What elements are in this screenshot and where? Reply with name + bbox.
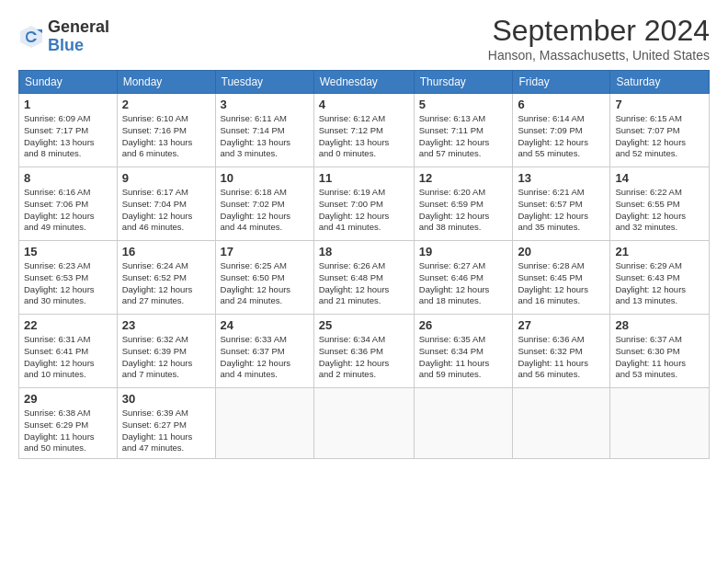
calendar-day-cell: 25Sunrise: 6:34 AMSunset: 6:36 PMDayligh… xyxy=(313,315,414,388)
day-info: Sunrise: 6:31 AMSunset: 6:41 PMDaylight:… xyxy=(24,334,112,381)
calendar-day-cell: 22Sunrise: 6:31 AMSunset: 6:41 PMDayligh… xyxy=(19,315,118,388)
day-number: 18 xyxy=(319,245,409,259)
day-info: Sunrise: 6:19 AMSunset: 7:00 PMDaylight:… xyxy=(319,187,409,234)
logo-text: General Blue xyxy=(48,18,109,55)
day-number: 17 xyxy=(221,245,309,259)
header: General Blue September 2024 Hanson, Mass… xyxy=(18,14,710,63)
day-info: Sunrise: 6:17 AMSunset: 7:04 PMDaylight:… xyxy=(122,187,210,234)
day-info: Sunrise: 6:16 AMSunset: 7:06 PMDaylight:… xyxy=(24,187,112,234)
calendar-week-row: 1Sunrise: 6:09 AMSunset: 7:17 PMDaylight… xyxy=(19,94,710,167)
day-info: Sunrise: 6:09 AMSunset: 7:17 PMDaylight:… xyxy=(24,113,112,160)
calendar-day-cell: 28Sunrise: 6:37 AMSunset: 6:30 PMDayligh… xyxy=(610,315,710,388)
day-info: Sunrise: 6:37 AMSunset: 6:30 PMDaylight:… xyxy=(615,334,704,381)
day-info: Sunrise: 6:25 AMSunset: 6:50 PMDaylight:… xyxy=(221,260,309,307)
calendar-day-cell xyxy=(215,388,313,459)
calendar-day-cell xyxy=(513,388,610,459)
calendar-day-cell: 15Sunrise: 6:23 AMSunset: 6:53 PMDayligh… xyxy=(19,241,118,315)
day-number: 6 xyxy=(518,98,605,111)
day-number: 20 xyxy=(518,245,605,259)
day-number: 14 xyxy=(615,171,704,185)
day-number: 13 xyxy=(518,171,605,185)
day-number: 4 xyxy=(319,98,409,111)
calendar-container: General Blue September 2024 Hanson, Mass… xyxy=(0,0,728,468)
calendar-day-cell: 7Sunrise: 6:15 AMSunset: 7:07 PMDaylight… xyxy=(610,94,710,167)
day-number: 12 xyxy=(419,171,508,185)
day-number: 7 xyxy=(615,98,704,111)
calendar-day-cell: 20Sunrise: 6:28 AMSunset: 6:45 PMDayligh… xyxy=(513,241,610,315)
day-number: 3 xyxy=(221,98,309,111)
calendar-day-cell: 1Sunrise: 6:09 AMSunset: 7:17 PMDaylight… xyxy=(19,94,118,167)
day-info: Sunrise: 6:27 AMSunset: 6:46 PMDaylight:… xyxy=(419,260,508,307)
day-number: 24 xyxy=(221,318,309,332)
calendar-day-cell: 30Sunrise: 6:39 AMSunset: 6:27 PMDayligh… xyxy=(117,388,215,459)
logo-icon xyxy=(18,24,44,50)
calendar-table: SundayMondayTuesdayWednesdayThursdayFrid… xyxy=(18,70,710,459)
day-number: 8 xyxy=(24,171,112,185)
day-number: 22 xyxy=(24,318,112,332)
calendar-day-cell: 19Sunrise: 6:27 AMSunset: 6:46 PMDayligh… xyxy=(414,241,513,315)
day-info: Sunrise: 6:21 AMSunset: 6:57 PMDaylight:… xyxy=(518,187,605,234)
day-number: 2 xyxy=(122,98,210,111)
calendar-day-cell: 5Sunrise: 6:13 AMSunset: 7:11 PMDaylight… xyxy=(414,94,513,167)
calendar-day-cell: 3Sunrise: 6:11 AMSunset: 7:14 PMDaylight… xyxy=(215,94,313,167)
calendar-day-cell: 6Sunrise: 6:14 AMSunset: 7:09 PMDaylight… xyxy=(513,94,610,167)
calendar-day-cell: 11Sunrise: 6:19 AMSunset: 7:00 PMDayligh… xyxy=(313,167,414,241)
day-info: Sunrise: 6:12 AMSunset: 7:12 PMDaylight:… xyxy=(319,113,409,160)
day-info: Sunrise: 6:28 AMSunset: 6:45 PMDaylight:… xyxy=(518,260,605,307)
day-info: Sunrise: 6:14 AMSunset: 7:09 PMDaylight:… xyxy=(518,113,605,160)
calendar-day-cell: 9Sunrise: 6:17 AMSunset: 7:04 PMDaylight… xyxy=(117,167,215,241)
weekday-header-row: SundayMondayTuesdayWednesdayThursdayFrid… xyxy=(19,71,710,94)
day-number: 19 xyxy=(419,245,508,259)
calendar-day-cell: 17Sunrise: 6:25 AMSunset: 6:50 PMDayligh… xyxy=(215,241,313,315)
title-area: September 2024 Hanson, Massachusetts, Un… xyxy=(488,14,710,63)
month-title: September 2024 xyxy=(488,14,710,48)
calendar-day-cell: 8Sunrise: 6:16 AMSunset: 7:06 PMDaylight… xyxy=(19,167,118,241)
calendar-day-cell xyxy=(610,388,710,459)
day-info: Sunrise: 6:24 AMSunset: 6:52 PMDaylight:… xyxy=(122,260,210,307)
day-number: 16 xyxy=(122,245,210,259)
logo: General Blue xyxy=(18,18,109,55)
calendar-day-cell xyxy=(414,388,513,459)
location: Hanson, Massachusetts, United States xyxy=(488,48,710,63)
day-info: Sunrise: 6:32 AMSunset: 6:39 PMDaylight:… xyxy=(122,334,210,381)
day-number: 26 xyxy=(419,318,508,332)
calendar-week-row: 15Sunrise: 6:23 AMSunset: 6:53 PMDayligh… xyxy=(19,241,710,315)
day-number: 29 xyxy=(24,392,112,406)
day-info: Sunrise: 6:33 AMSunset: 6:37 PMDaylight:… xyxy=(221,334,309,381)
day-info: Sunrise: 6:35 AMSunset: 6:34 PMDaylight:… xyxy=(419,334,508,381)
day-number: 28 xyxy=(615,318,704,332)
day-info: Sunrise: 6:15 AMSunset: 7:07 PMDaylight:… xyxy=(615,113,704,160)
day-number: 1 xyxy=(24,98,112,111)
calendar-day-cell: 29Sunrise: 6:38 AMSunset: 6:29 PMDayligh… xyxy=(19,388,118,459)
weekday-header-wednesday: Wednesday xyxy=(313,71,414,94)
day-number: 10 xyxy=(221,171,309,185)
day-number: 9 xyxy=(122,171,210,185)
calendar-day-cell: 14Sunrise: 6:22 AMSunset: 6:55 PMDayligh… xyxy=(610,167,710,241)
day-info: Sunrise: 6:29 AMSunset: 6:43 PMDaylight:… xyxy=(615,260,704,307)
calendar-week-row: 22Sunrise: 6:31 AMSunset: 6:41 PMDayligh… xyxy=(19,315,710,388)
calendar-day-cell xyxy=(313,388,414,459)
weekday-header-thursday: Thursday xyxy=(414,71,513,94)
day-info: Sunrise: 6:34 AMSunset: 6:36 PMDaylight:… xyxy=(319,334,409,381)
calendar-day-cell: 23Sunrise: 6:32 AMSunset: 6:39 PMDayligh… xyxy=(117,315,215,388)
day-info: Sunrise: 6:10 AMSunset: 7:16 PMDaylight:… xyxy=(122,113,210,160)
weekday-header-tuesday: Tuesday xyxy=(215,71,313,94)
calendar-day-cell: 24Sunrise: 6:33 AMSunset: 6:37 PMDayligh… xyxy=(215,315,313,388)
calendar-day-cell: 13Sunrise: 6:21 AMSunset: 6:57 PMDayligh… xyxy=(513,167,610,241)
calendar-day-cell: 2Sunrise: 6:10 AMSunset: 7:16 PMDaylight… xyxy=(117,94,215,167)
calendar-day-cell: 10Sunrise: 6:18 AMSunset: 7:02 PMDayligh… xyxy=(215,167,313,241)
day-info: Sunrise: 6:23 AMSunset: 6:53 PMDaylight:… xyxy=(24,260,112,307)
day-number: 21 xyxy=(615,245,704,259)
logo-blue-text: Blue xyxy=(48,37,109,55)
day-number: 27 xyxy=(518,318,605,332)
calendar-week-row: 8Sunrise: 6:16 AMSunset: 7:06 PMDaylight… xyxy=(19,167,710,241)
day-info: Sunrise: 6:22 AMSunset: 6:55 PMDaylight:… xyxy=(615,187,704,234)
day-info: Sunrise: 6:13 AMSunset: 7:11 PMDaylight:… xyxy=(419,113,508,160)
calendar-day-cell: 26Sunrise: 6:35 AMSunset: 6:34 PMDayligh… xyxy=(414,315,513,388)
day-info: Sunrise: 6:18 AMSunset: 7:02 PMDaylight:… xyxy=(221,187,309,234)
day-number: 15 xyxy=(24,245,112,259)
weekday-header-saturday: Saturday xyxy=(610,71,710,94)
day-number: 30 xyxy=(122,392,210,406)
calendar-day-cell: 16Sunrise: 6:24 AMSunset: 6:52 PMDayligh… xyxy=(117,241,215,315)
day-info: Sunrise: 6:39 AMSunset: 6:27 PMDaylight:… xyxy=(122,408,210,454)
